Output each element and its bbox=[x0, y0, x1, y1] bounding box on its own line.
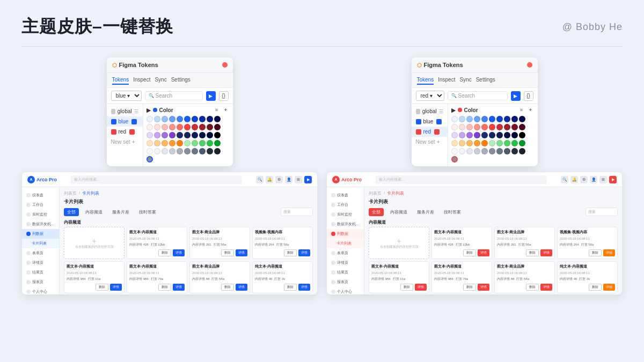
nav-item-dashboard-red[interactable]: 仪表盘 bbox=[327, 190, 364, 200]
detail-btn-red[interactable]: 详情 bbox=[540, 284, 552, 291]
tokens-search[interactable]: 🔍 Search bbox=[145, 91, 203, 100]
nav-item-monitor-red[interactable]: 实时监控 bbox=[327, 210, 364, 219]
tokens-add-set-btn-red[interactable]: New set + bbox=[412, 137, 448, 147]
swatch[interactable] bbox=[496, 124, 503, 130]
filter-tab-content-red[interactable]: 内容频道 bbox=[387, 208, 411, 216]
swatch[interactable] bbox=[162, 124, 168, 130]
swatch[interactable] bbox=[511, 132, 518, 138]
tokens-tab-inspect[interactable]: Inspect bbox=[133, 76, 150, 85]
swatch[interactable] bbox=[481, 132, 488, 138]
delete-btn-red[interactable]: 删除 bbox=[463, 284, 476, 291]
nav-item-cards-red[interactable]: 卡片列表 bbox=[327, 239, 364, 248]
swatch[interactable] bbox=[184, 116, 191, 122]
search-icon[interactable]: 🔍 bbox=[256, 176, 264, 183]
tokens-tab-tokens-red[interactable]: Tokens bbox=[417, 76, 434, 85]
swatch[interactable] bbox=[519, 124, 525, 130]
delete-btn-red[interactable]: 删除 bbox=[463, 249, 476, 256]
list-icon-red[interactable]: ≡ bbox=[518, 106, 525, 114]
swatch[interactable] bbox=[451, 148, 458, 154]
tokens-tab-sync-red[interactable]: Sync bbox=[459, 76, 471, 85]
swatch[interactable] bbox=[496, 148, 503, 154]
swatch[interactable] bbox=[147, 148, 153, 154]
swatch[interactable] bbox=[519, 140, 525, 146]
swatch[interactable] bbox=[177, 140, 183, 146]
detail-btn[interactable]: 详情 bbox=[173, 249, 185, 256]
swatch[interactable] bbox=[199, 124, 206, 130]
close-icon-red[interactable] bbox=[527, 62, 532, 68]
bell-icon-red[interactable]: 🔔 bbox=[570, 176, 578, 183]
swatch[interactable] bbox=[451, 140, 458, 146]
nav-item-cards[interactable]: 卡片列表 bbox=[22, 239, 59, 248]
swatch[interactable] bbox=[511, 116, 518, 122]
nav-item-profile-red[interactable]: 个人中心 bbox=[327, 287, 364, 294]
swatch[interactable] bbox=[504, 140, 510, 146]
delete-btn[interactable]: 删除 bbox=[284, 284, 297, 291]
nav-item-detail-red[interactable]: 详情页 bbox=[327, 258, 364, 268]
detail-btn[interactable]: 详情 bbox=[236, 249, 247, 256]
swatch[interactable] bbox=[169, 148, 175, 154]
swatch[interactable] bbox=[466, 124, 473, 130]
swatch[interactable] bbox=[481, 116, 488, 122]
tokens-tab-sync[interactable]: Sync bbox=[155, 76, 166, 85]
swatch[interactable] bbox=[511, 124, 518, 130]
tokens-sidebar-global-red[interactable]: global ☰ bbox=[412, 106, 448, 116]
delete-btn-red[interactable]: 删除 bbox=[526, 284, 539, 291]
tokens-tab-settings[interactable]: Settings bbox=[171, 76, 191, 85]
swatch[interactable] bbox=[504, 116, 510, 122]
swatch[interactable] bbox=[154, 148, 160, 154]
detail-btn[interactable]: 详情 bbox=[110, 284, 122, 291]
swatch[interactable] bbox=[199, 132, 206, 138]
swatch[interactable] bbox=[504, 124, 510, 130]
tokens-add-set-btn[interactable]: New set + bbox=[107, 137, 143, 147]
swatch[interactable] bbox=[519, 148, 525, 154]
filter-search-blue[interactable]: 搜索 bbox=[281, 208, 313, 216]
swatch[interactable] bbox=[214, 148, 221, 154]
swatch[interactable] bbox=[459, 140, 465, 146]
swatch[interactable] bbox=[459, 132, 465, 138]
swatch[interactable] bbox=[169, 124, 175, 130]
swatch[interactable] bbox=[192, 116, 198, 122]
swatch[interactable] bbox=[511, 140, 518, 146]
nav-item-result[interactable]: 结果页 bbox=[22, 268, 59, 277]
swatch[interactable] bbox=[511, 148, 518, 154]
tokens-options-btn-red[interactable]: {} bbox=[524, 91, 533, 101]
swatch[interactable] bbox=[147, 116, 153, 122]
delete-btn[interactable]: 删除 bbox=[221, 284, 234, 291]
nav-item-workspace[interactable]: 工作台 bbox=[22, 200, 59, 210]
detail-btn-red[interactable]: 详情 bbox=[478, 249, 489, 256]
swatch[interactable] bbox=[154, 132, 160, 138]
nav-item-list-red[interactable]: 列数据 bbox=[327, 229, 364, 239]
swatch[interactable] bbox=[177, 124, 183, 130]
selected-swatch-red[interactable] bbox=[451, 156, 458, 162]
detail-btn[interactable]: 详情 bbox=[173, 284, 185, 291]
close-icon[interactable] bbox=[222, 62, 228, 68]
swatch[interactable] bbox=[192, 148, 198, 154]
swatch[interactable] bbox=[451, 116, 458, 122]
nav-item-result-red[interactable]: 结果页 bbox=[327, 268, 364, 277]
action-btn-blue[interactable]: ▶ bbox=[304, 176, 312, 183]
tokens-sidebar-blue-item[interactable]: blue bbox=[107, 116, 143, 127]
tokens-options-btn[interactable]: {} bbox=[219, 91, 229, 101]
add-card-btn[interactable]: + 点击创建新的内容创作片段 bbox=[64, 227, 125, 259]
user-icon[interactable]: 👤 bbox=[285, 176, 292, 183]
swatch[interactable] bbox=[162, 140, 168, 146]
swatch[interactable] bbox=[192, 124, 198, 130]
swatch[interactable] bbox=[489, 124, 495, 130]
swatch[interactable] bbox=[496, 132, 503, 138]
filter-tab-content[interactable]: 内容频道 bbox=[82, 208, 106, 216]
swatch[interactable] bbox=[199, 140, 206, 146]
filter-tab-answer[interactable]: 按时答案 bbox=[136, 208, 159, 216]
filter-tab-answer-red[interactable]: 按时答案 bbox=[441, 208, 464, 216]
swatch[interactable] bbox=[481, 140, 488, 146]
swatch[interactable] bbox=[207, 132, 213, 138]
swatch[interactable] bbox=[162, 116, 168, 122]
tokens-apply-btn-red[interactable]: ▶ bbox=[511, 91, 521, 101]
nav-item-dashboard[interactable]: 仪表盘 bbox=[22, 190, 59, 200]
swatch[interactable] bbox=[207, 148, 213, 154]
detail-btn-red[interactable]: 详情 bbox=[415, 284, 427, 291]
swatch[interactable] bbox=[184, 148, 191, 154]
swatch[interactable] bbox=[184, 124, 191, 130]
swatch[interactable] bbox=[451, 124, 458, 130]
action-btn-red[interactable]: ▶ bbox=[609, 176, 617, 183]
tokens-apply-btn[interactable]: ▶ bbox=[206, 91, 216, 101]
